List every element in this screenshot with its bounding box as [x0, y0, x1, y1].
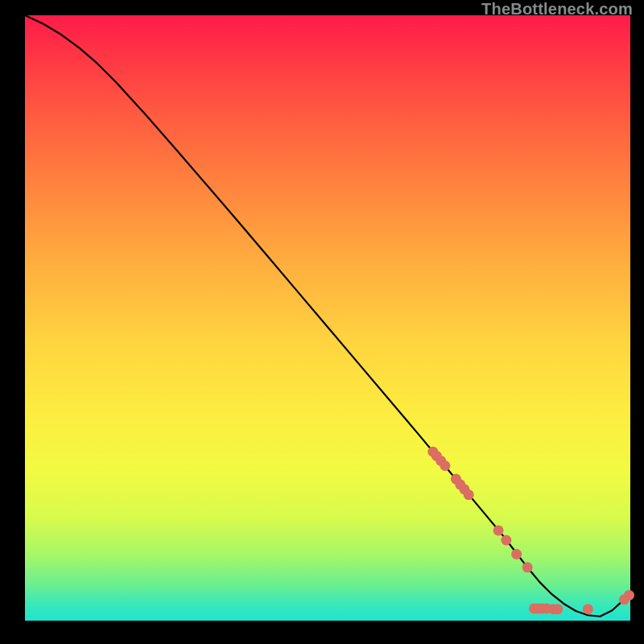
chart-svg: [25, 15, 630, 621]
watermark-text: TheBottleneck.com: [481, 0, 633, 19]
svg-point-3: [440, 460, 450, 471]
svg-point-9: [501, 535, 511, 545]
scatter-points: [427, 447, 634, 615]
svg-point-17: [552, 604, 563, 614]
curve-line: [25, 15, 630, 617]
svg-point-20: [624, 590, 634, 601]
svg-point-11: [522, 562, 533, 572]
svg-point-18: [583, 604, 593, 614]
svg-point-8: [493, 525, 504, 535]
svg-point-10: [511, 549, 522, 559]
svg-point-7: [464, 489, 474, 500]
